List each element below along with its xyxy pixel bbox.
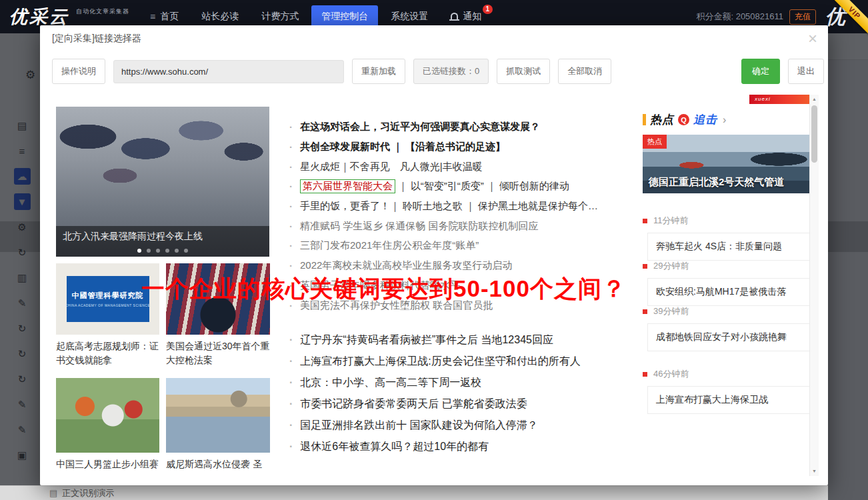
article-caption[interactable]: 威尼斯遇高水位侵袭 圣 [166, 457, 270, 471]
menu-icon: ≡ [150, 11, 155, 22]
article-card[interactable]: 美国会通过近30年首个重大控枪法案 [166, 263, 270, 367]
news-headline-link[interactable]: 辽宁丹东“持黄码者看病被拦”事件之后 当地12345回应 [289, 329, 637, 351]
selected-links-count[interactable]: 已选链接数：0 [413, 59, 489, 84]
hot-item-time: 11分钟前 [643, 215, 809, 227]
carousel-dot[interactable] [175, 249, 179, 253]
us-flags-image [166, 263, 270, 335]
modal-title: [定向采集]链接选择器 [52, 33, 141, 45]
carousel-dot[interactable] [147, 249, 151, 253]
news-headline-link[interactable]: 国足亚洲排名跌出前十 国家队建设为何陷入停滞？ [289, 415, 637, 436]
news-headline-link-selected[interactable]: 第六届世界智能大会 ｜ 以“智变”引“质变” ｜ 倾听创新的律动 [289, 177, 637, 197]
hot-title-left: 热点 [650, 112, 674, 127]
carousel-dot[interactable] [184, 249, 188, 253]
news-headline-link[interactable]: 精准赋码 学生返乡 保通保畅 国务院联防联控机制回应 [289, 216, 637, 236]
timeline-marker-icon [643, 372, 647, 377]
doc-icon: ▤ [49, 488, 57, 498]
hot-badge: 热点 [643, 135, 667, 149]
hot-item-time: 39分钟前 [643, 305, 809, 317]
nav-home[interactable]: ≡ 首页 [140, 5, 189, 28]
article-caption[interactable]: 起底高考志愿规划师：证书交钱就能拿 [56, 339, 159, 367]
scroll-down-arrow[interactable]: ▼ [810, 467, 819, 476]
hero-article[interactable]: 北方入汛来最强降雨过程今夜上线 [56, 107, 269, 257]
hot-pursuit-header: 热点 Q 追击 › [643, 112, 726, 127]
hot-item-link[interactable]: 上海宣布打赢大上海保卫战 [647, 386, 809, 414]
article-card[interactable]: 威尼斯遇高水位侵袭 圣 [166, 378, 270, 471]
nav-settings-label: 系统设置 [391, 11, 428, 23]
news-list-top: 在这场对话会上，习近平为何强调要真心实意谋发展？ 共创全球发展新时代 ｜ 【沿着… [289, 117, 637, 315]
hot-timeline-item: 11分钟前 奔驰车起火 4S店：非质量问题 [643, 215, 809, 261]
hot-item-link[interactable]: 成都地铁回应女子对小孩跳艳舞 [647, 323, 809, 351]
article-card[interactable]: 中國管理科學研究院 CHINA ACADEMY OF MANAGEMENT SC… [56, 263, 159, 367]
news-headline-link[interactable]: 退休近6年被查算久吗？超过10年的都有 [289, 436, 637, 457]
hot-title-right: 追击 [693, 112, 717, 127]
carousel-dot[interactable] [165, 249, 169, 253]
academy-sign: 中國管理科學研究院 CHINA ACADEMY OF MANAGEMENT SC… [67, 276, 149, 321]
news-headline-link[interactable]: 市委书记跻身省委常委两天后 已掌舵省委政法委 [289, 393, 637, 415]
nav-console[interactable]: 管理控制台 [311, 5, 378, 28]
academy-sign-image: 中國管理科學研究院 CHINA ACADEMY OF MANAGEMENT SC… [56, 263, 159, 335]
scroll-up-arrow[interactable]: ▲ [810, 95, 819, 104]
hot-q-icon: Q [678, 114, 689, 125]
reload-button[interactable]: 重新加载 [352, 59, 405, 84]
nav-settings[interactable]: 系统设置 [381, 5, 438, 28]
article-caption[interactable]: 中国三人男篮止步小组赛 [56, 457, 159, 471]
basketball-image [56, 378, 159, 453]
hot-timeline-item: 29分钟前 欧安组织:马航MH17是被俄击落 [643, 260, 809, 306]
news-headline-link[interactable]: 2022年离校未就业高校毕业生服务攻坚行动启动 [289, 256, 637, 276]
link-selector-modal: [定向采集]链接选择器 × 操作说明 重新加载 已选链接数：0 抓取测试 全部取… [40, 25, 828, 485]
hot-main-article[interactable]: 热点 德国正重启北溪2号天然气管道 [643, 135, 809, 193]
news-headline-link[interactable]: 美国宪法不再保护女性堕胎权 联合国官员批 [289, 295, 637, 315]
news-list-bottom: 辽宁丹东“持黄码者看病被拦”事件之后 当地12345回应 上海宣布打赢大上海保卫… [289, 329, 637, 457]
grab-test-button[interactable]: 抓取测试 [497, 59, 550, 84]
points-balance: 积分金额: 2050821611 [696, 11, 783, 23]
app-screen: ⚙ ▤ ≡ ☁ ▼ ⚙ ↻ ▥ ✎ ↻ ↻ ↻ ✎ ✎ ▣ 优采云 自动化文章采… [0, 0, 868, 500]
carousel-dot[interactable] [137, 249, 141, 253]
url-input[interactable] [113, 60, 344, 83]
promo-banner-image[interactable]: xuexi [749, 95, 809, 104]
news-headline-link[interactable]: 星火成炬｜不舍再见 凡人微光|丰收温暖 [289, 157, 637, 177]
carousel-dot[interactable] [156, 249, 160, 253]
confirm-button[interactable]: 确定 [741, 59, 780, 84]
hero-caption: 北方入汛来最强降雨过程今夜上线 [63, 231, 203, 241]
embedded-page-area: xuexi 北方入汛来最强降雨过程今夜上线 [49, 95, 819, 476]
sohu-page: xuexi 北方入汛来最强降雨过程今夜上线 [49, 95, 809, 476]
hot-main-caption: 德国正重启北溪2号天然气管道 [649, 176, 784, 189]
venice-flood-image [166, 378, 270, 453]
hot-item-link[interactable]: 奔驰车起火 4S店：非质量问题 [647, 233, 809, 261]
chevron-right-icon[interactable]: › [723, 114, 726, 126]
scrollbar[interactable]: ▲ ▼ [809, 95, 819, 476]
nav-notifications[interactable]: 通知 1 [441, 5, 491, 28]
news-headline-link[interactable]: 共创全球发展新时代 ｜ 【沿着总书记的足迹】 [289, 137, 637, 157]
article-caption[interactable]: 美国会通过近30年首个重大控枪法案 [166, 339, 270, 367]
main-nav: ≡ 首页 站长必读 计费方式 管理控制台 系统设置 通知 1 [140, 5, 491, 28]
nav-must-read[interactable]: 站长必读 [191, 5, 249, 28]
nav-console-label: 管理控制台 [321, 11, 368, 23]
hot-item-time: 46分钟前 [643, 368, 809, 380]
help-button[interactable]: 操作说明 [52, 59, 105, 84]
content-recognition-demo-label: 正文识别演示 [62, 487, 114, 499]
modal-header: [定向采集]链接选择器 × [40, 25, 828, 49]
hot-item-link[interactable]: 欧安组织:马航MH17是被俄击落 [647, 278, 809, 306]
nav-notifications-label: 通知 [463, 11, 481, 23]
content-recognition-demo-row[interactable]: ▤ 正文识别演示 [0, 485, 828, 500]
carousel-dots[interactable] [56, 249, 269, 253]
article-card[interactable]: 中国三人男篮止步小组赛 [56, 378, 159, 471]
news-headline-link[interactable]: 上海宣布打赢大上海保卫战:历史会记住坚守和付出的所有人 [289, 351, 637, 372]
close-icon[interactable]: × [808, 32, 817, 45]
news-headline-link[interactable]: 三部门发布2021年住房公积金年度“账单” [289, 236, 637, 256]
exit-button[interactable]: 退出 [788, 59, 824, 84]
selected-link-highlight[interactable]: 第六届世界智能大会 [300, 179, 395, 193]
nav-home-label: 首页 [160, 11, 179, 23]
recharge-button[interactable]: 充值 [789, 9, 816, 25]
timeline-marker-icon [643, 219, 647, 223]
accent-bar-icon [643, 114, 646, 125]
nav-pricing[interactable]: 计费方式 [251, 5, 309, 28]
cancel-all-button[interactable]: 全部取消 [558, 59, 611, 84]
news-headline-link[interactable]: 手里的饭，更香了！｜ 聆听土地之歌 ｜ 保护黑土地就是保护每个… [289, 197, 637, 217]
hot-item-time: 29分钟前 [643, 260, 809, 272]
news-headline-link[interactable]: 在这场对话会上，习近平为何强调要真心实意谋发展？ [289, 117, 637, 137]
scrollbar-thumb[interactable] [811, 105, 817, 163]
news-headline-link[interactable]: 北京：中小学、高一高二等下周一返校 [289, 372, 637, 393]
news-headline-link[interactable]: 英国男子常年喝多种饮料代替喝水平 [289, 276, 637, 296]
timeline-marker-icon [643, 309, 647, 314]
